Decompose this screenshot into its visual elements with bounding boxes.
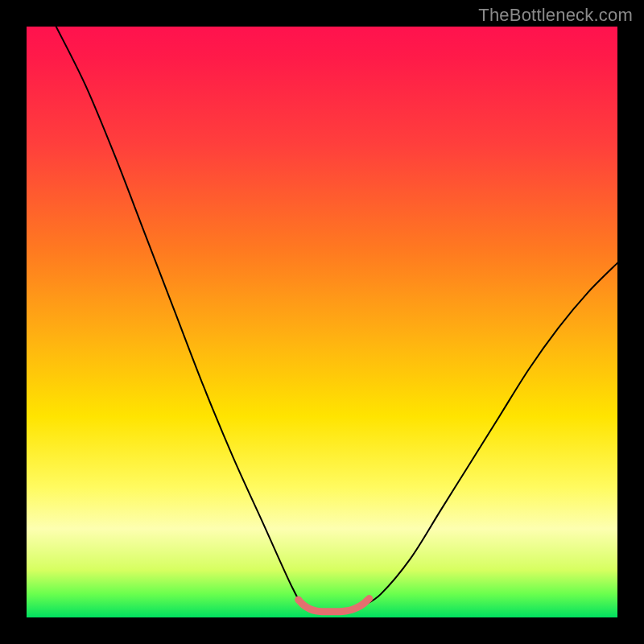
series-valley-highlight [299,599,369,612]
chart-frame: TheBottleneck.com [0,0,644,644]
series-curve [56,27,617,612]
plot-area [27,27,617,617]
watermark-text: TheBottleneck.com [478,5,633,26]
chart-svg [27,27,617,617]
